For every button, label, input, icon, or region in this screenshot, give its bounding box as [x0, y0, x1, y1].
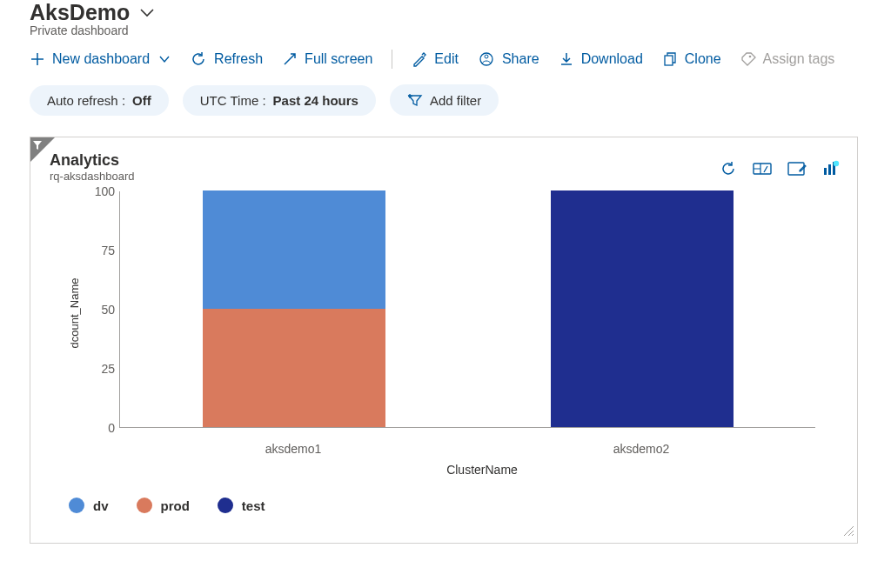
x-axis-categories: aksdemo1aksdemo2	[119, 438, 815, 458]
swatch-prod	[137, 498, 152, 513]
add-filter-icon	[407, 92, 423, 108]
tile-query-button[interactable]	[753, 160, 772, 177]
dashboard-switch-chevron[interactable]	[138, 4, 156, 22]
share-button[interactable]: Share	[478, 50, 539, 68]
download-button[interactable]: Download	[559, 51, 643, 67]
plus-icon	[30, 51, 45, 67]
add-filter-pill[interactable]: Add filter	[390, 84, 499, 116]
tile-refresh-button[interactable]	[720, 160, 737, 177]
refresh-label: Refresh	[214, 51, 263, 67]
logs-icon	[822, 160, 840, 177]
y-tick: 25	[85, 362, 115, 376]
svg-point-9	[834, 161, 839, 166]
tile-edit-button[interactable]	[787, 160, 807, 177]
time-range-pill[interactable]: UTC Time : Past 24 hours	[183, 85, 376, 116]
svg-point-1	[485, 55, 488, 58]
assign-tags-label: Assign tags	[763, 51, 835, 67]
time-range-value: Past 24 hours	[273, 93, 358, 108]
swatch-dv	[69, 498, 84, 513]
full-screen-label: Full screen	[305, 51, 372, 67]
assign-tags-button[interactable]: Assign tags	[740, 51, 835, 67]
new-dashboard-dropdown[interactable]	[158, 53, 171, 65]
filter-icon	[32, 138, 43, 154]
share-icon	[478, 50, 495, 68]
full-screen-button[interactable]: Full screen	[282, 51, 372, 67]
bar-segment-test	[551, 190, 734, 427]
chart-plot: 0255075100	[119, 191, 815, 428]
command-bar: New dashboard Refresh Full screen Edit S…	[30, 50, 861, 69]
tag-icon	[740, 51, 756, 67]
svg-point-3	[748, 56, 751, 58]
filter-bar: Auto refresh : Off UTC Time : Past 24 ho…	[30, 84, 861, 116]
clone-icon	[662, 51, 678, 67]
y-axis-label: dcount_Name	[68, 278, 81, 349]
download-icon	[559, 51, 574, 67]
y-tick: 0	[85, 421, 115, 435]
legend-entry-dv[interactable]: dv	[69, 498, 109, 513]
tile-title: Analytics	[50, 151, 135, 170]
time-range-label: UTC Time :	[200, 93, 266, 108]
chart-area: dcount_Name 0255075100	[81, 188, 821, 438]
separator	[392, 50, 392, 69]
edit-button[interactable]: Edit	[412, 51, 459, 67]
legend-entry-test[interactable]: test	[218, 498, 265, 513]
edit-label: Edit	[434, 51, 459, 67]
edit-tile-icon	[787, 160, 807, 177]
legend-label-test: test	[242, 498, 265, 513]
auto-refresh-label: Auto refresh :	[47, 93, 125, 108]
svg-rect-7	[828, 164, 831, 175]
bar-aksdemo2[interactable]	[551, 190, 734, 427]
clone-button[interactable]: Clone	[662, 51, 721, 67]
pencil-icon	[412, 51, 427, 67]
x-category: aksdemo1	[265, 442, 322, 456]
dashboard-header: AksDemo Private dashboard	[30, 0, 861, 37]
chevron-down-icon	[138, 4, 156, 22]
tile-subtitle: rq-aksdashboard	[50, 170, 135, 183]
svg-rect-2	[665, 56, 673, 65]
analytics-tile: Analytics rq-aksdashboard dcount_Name	[30, 137, 858, 544]
refresh-icon	[190, 50, 207, 68]
clone-label: Clone	[685, 51, 721, 67]
y-tick: 75	[85, 244, 115, 257]
chevron-down-icon	[158, 53, 171, 65]
chart-legend: dv prod test	[69, 498, 857, 513]
resize-icon	[842, 525, 854, 537]
auto-refresh-value: Off	[132, 93, 151, 108]
x-category: aksdemo2	[613, 442, 670, 456]
tile-pin-button[interactable]	[822, 160, 840, 177]
auto-refresh-pill[interactable]: Auto refresh : Off	[30, 85, 169, 116]
svg-rect-6	[824, 168, 827, 175]
legend-label-dv: dv	[93, 498, 109, 513]
dashboard-title: AksDemo	[30, 0, 130, 25]
refresh-icon	[720, 160, 737, 177]
share-label: Share	[502, 51, 539, 67]
dashboard-subtitle: Private dashboard	[30, 23, 861, 37]
download-label: Download	[581, 51, 643, 67]
swatch-test	[218, 498, 233, 513]
bar-segment-prod	[203, 309, 385, 427]
bar-aksdemo1[interactable]	[203, 190, 385, 427]
new-dashboard-label: New dashboard	[52, 51, 150, 67]
expand-icon	[282, 51, 298, 67]
new-dashboard-button[interactable]: New dashboard	[30, 51, 150, 67]
x-axis-label: ClusterName	[107, 463, 857, 477]
bar-segment-dv	[203, 190, 385, 309]
refresh-button[interactable]: Refresh	[190, 50, 263, 68]
resize-handle[interactable]	[842, 525, 854, 540]
query-icon	[753, 160, 772, 177]
add-filter-label: Add filter	[430, 93, 481, 108]
y-tick: 50	[85, 303, 115, 317]
y-tick: 100	[85, 184, 115, 198]
legend-label-prod: prod	[161, 498, 190, 513]
legend-entry-prod[interactable]: prod	[137, 498, 190, 513]
